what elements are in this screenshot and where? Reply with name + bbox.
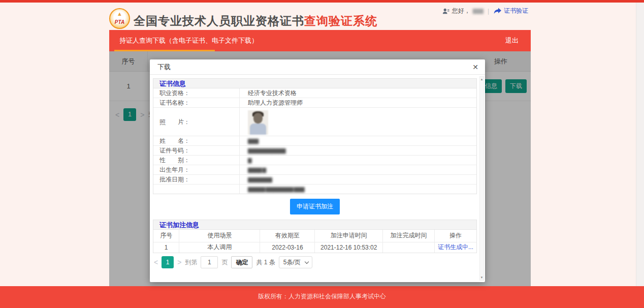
- field-value: 经济专业技术资格: [240, 88, 476, 98]
- field-value-redacted: ▇▇▇▇▇▇▇▇▇▇▇: [240, 146, 476, 155]
- field-label: [153, 184, 240, 194]
- user-name-redacted: ▇▇▇: [473, 8, 483, 14]
- modal-pagination: < 1 > 到第 页 确定 共 1 条 5条/页: [154, 256, 477, 268]
- top-accent-bar: [0, 0, 644, 3]
- field-label: 证件号码：: [153, 146, 240, 155]
- scroll-down-icon[interactable]: ▼: [480, 275, 484, 280]
- field-label: 出生年月：: [153, 165, 240, 174]
- info-row-id-number: 证件号码： ▇▇▇▇▇▇▇▇▇▇▇: [153, 146, 476, 156]
- info-row-qualification: 职业资格： 经济专业技术资格: [153, 88, 476, 98]
- field-value-redacted: ▇▇▇▇▇▇▇: [240, 175, 476, 184]
- info-row-cert-name: 证书名称： 助理人力资源管理师: [153, 98, 476, 108]
- cell-usage-scene: 本人调用: [179, 242, 260, 253]
- field-value-redacted: ▇▇▇: [240, 136, 476, 145]
- logout-button[interactable]: 退出: [505, 30, 519, 51]
- prev-page-chevron[interactable]: <: [154, 258, 158, 266]
- field-label: 证书名称：: [153, 98, 240, 107]
- cell-seq: 1: [153, 242, 179, 253]
- col-action: 操作: [434, 230, 476, 242]
- field-label: 职业资格：: [153, 88, 240, 98]
- next-page-chevron[interactable]: >: [177, 258, 181, 266]
- page-size-value: 5条/页: [283, 259, 301, 266]
- apply-cert-annotation-button[interactable]: 申请证书加注: [290, 199, 340, 214]
- confirm-page-button[interactable]: 确定: [231, 256, 252, 268]
- info-row-gender: 性 别： ▇: [153, 156, 476, 165]
- logo-flame-icon: ▲: [110, 11, 129, 16]
- modal-title: 下载: [157, 63, 171, 71]
- browser-scrollbar[interactable]: [636, 3, 644, 286]
- cell-valid-until: 2022-03-16: [260, 242, 315, 253]
- page-jump-input[interactable]: [201, 256, 218, 268]
- info-row-photo: 照 片：: [153, 108, 476, 136]
- annotation-table-row: 1 本人调用 2022-03-16 2021-12-16 10:53:02 证书…: [153, 242, 476, 253]
- annotation-section-title: 证书加注信息: [153, 220, 476, 230]
- annotation-table: 序号 使用场景 有效期至 加注申请时间 加注完成时间 操作 1 本人调用 202…: [153, 230, 476, 253]
- page-size-select[interactable]: 5条/页: [279, 256, 312, 268]
- footer: 版权所有：人力资源和社会保障部人事考试中心: [0, 286, 644, 308]
- current-page-button[interactable]: 1: [162, 256, 174, 268]
- col-usage-scene: 使用场景: [179, 230, 260, 242]
- jump-prefix-label: 到第: [185, 258, 197, 267]
- info-row-approve-date: 批准日期： ▇▇▇▇▇▇▇: [153, 175, 476, 184]
- cell-apply-time: 2021-12-16 10:53:02: [315, 242, 383, 253]
- header-divider: |: [488, 8, 489, 15]
- field-value: [240, 108, 476, 136]
- logo-text: PTA: [110, 19, 129, 25]
- field-value-redacted: ▇▇▇▇▇ ▇▇▇▇▇▇▇▇ ▇▇▇: [240, 184, 476, 194]
- user-icon: [442, 8, 449, 15]
- col-apply-time: 加注申请时间: [315, 230, 383, 242]
- field-label: 性 别：: [153, 156, 240, 165]
- field-label: 照 片：: [153, 108, 240, 136]
- info-row-birth-date: 出生年月： ▇▇▇▇ ▇: [153, 165, 476, 175]
- scroll-up-icon[interactable]: ▲: [480, 77, 484, 81]
- page-title-main: 全国专业技术人员职业资格证书: [134, 14, 304, 27]
- annotation-table-header: 序号 使用场景 有效期至 加注申请时间 加注完成时间 操作: [153, 230, 476, 242]
- field-value: 助理人力资源管理师: [240, 98, 476, 107]
- col-seq: 序号: [153, 230, 179, 242]
- portrait-photo: [248, 110, 268, 135]
- field-value-redacted: ▇: [240, 156, 476, 165]
- tab-holder-query-download[interactable]: 持证人查询下载（含电子证书、电子文件下载）: [119, 30, 258, 51]
- field-label: 批准日期：: [153, 175, 240, 184]
- annotation-info-section: 证书加注信息 序号 使用场景 有效期至 加注申请时间 加注完成时间 操作 1 本…: [153, 220, 477, 253]
- nav-bar: 持证人查询下载（含电子证书、电子文件下载） 退出: [109, 30, 531, 51]
- user-area: 您好， ▇▇▇ | 证书验证: [442, 7, 528, 15]
- page-title-accent: 查询验证系统: [304, 14, 377, 27]
- pta-logo: ▲ PTA: [109, 8, 130, 29]
- greeting-text: 您好，: [452, 7, 470, 15]
- field-label: 姓 名：: [153, 136, 240, 145]
- share-arrow-icon: [494, 8, 501, 14]
- page-title: 全国专业技术人员职业资格证书查询验证系统: [134, 13, 377, 29]
- modal-scrollbar[interactable]: ▲ ▼: [479, 76, 484, 281]
- cert-verify-link[interactable]: 证书验证: [504, 7, 528, 15]
- cert-generating-link[interactable]: 证书生成中...: [438, 243, 473, 251]
- col-complete-time: 加注完成时间: [383, 230, 435, 242]
- cert-info-section: 证书信息 职业资格： 经济专业技术资格 证书名称： 助理人力资源管理师 照 片：…: [153, 78, 477, 194]
- cert-info-section-title: 证书信息: [153, 79, 476, 88]
- cell-complete-time: [383, 242, 435, 253]
- close-icon[interactable]: ✕: [472, 59, 478, 75]
- modal-titlebar: 下载 ✕: [150, 59, 485, 75]
- info-row-name: 姓 名： ▇▇▇: [153, 136, 476, 146]
- total-count-label: 共 1 条: [256, 258, 275, 267]
- field-value-redacted: ▇▇▇▇ ▇: [240, 165, 476, 174]
- col-valid-until: 有效期至: [260, 230, 315, 242]
- info-row-region: ▇▇▇▇▇ ▇▇▇▇▇▇▇▇ ▇▇▇: [153, 184, 476, 194]
- page-unit-label: 页: [221, 258, 228, 267]
- chevron-down-icon: [304, 260, 308, 264]
- copyright-text: 版权所有：人力资源和社会保障部人事考试中心: [258, 292, 386, 301]
- annotate-button-wrap: 申请证书加注: [153, 199, 477, 214]
- download-modal: 下载 ✕ 证书信息 职业资格： 经济专业技术资格 证书名称： 助理人力资源管理师…: [150, 59, 485, 282]
- modal-body: 证书信息 职业资格： 经济专业技术资格 证书名称： 助理人力资源管理师 照 片：…: [150, 75, 479, 282]
